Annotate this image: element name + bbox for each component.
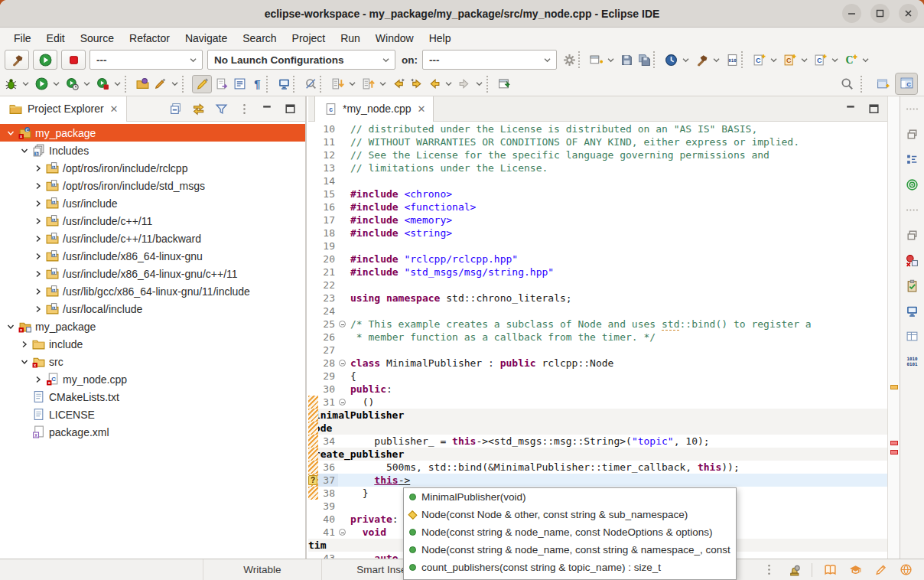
open-element-icon[interactable] bbox=[135, 77, 150, 92]
menu-refactor[interactable]: Refactor bbox=[122, 31, 177, 46]
completion-item[interactable]: count_subscribers(const string & topic_n… bbox=[404, 576, 736, 580]
tutorials-cap-icon[interactable] bbox=[848, 562, 863, 578]
tree-item-package-xml[interactable]: xpackage.xml bbox=[0, 423, 305, 441]
chevron-collapsed-icon[interactable] bbox=[32, 270, 44, 278]
debug-icon[interactable] bbox=[3, 77, 18, 92]
tree-item-src[interactable]: xsrc bbox=[0, 353, 305, 370]
filter-icon[interactable] bbox=[213, 101, 229, 116]
tree-item--usr-include-c-11-backward[interactable]: h/usr/include/c++/11/backward bbox=[0, 230, 305, 247]
chevron-expanded-icon[interactable] bbox=[18, 147, 31, 155]
overview-ruler[interactable] bbox=[887, 96, 900, 559]
debug-target-icon[interactable] bbox=[905, 177, 920, 192]
menu-project[interactable]: Project bbox=[285, 31, 333, 46]
build-button[interactable] bbox=[5, 50, 29, 70]
maximize-icon[interactable] bbox=[282, 101, 298, 116]
code-line-16[interactable]: 16#include <functional> bbox=[308, 200, 887, 213]
chevron-collapsed-icon[interactable] bbox=[32, 376, 44, 383]
save-all-icon[interactable] bbox=[636, 52, 652, 67]
chevron-down-icon[interactable] bbox=[799, 52, 810, 67]
tree-item--usr-include-c-11[interactable]: h/usr/include/c++/11 bbox=[0, 212, 305, 230]
tree-item-license[interactable]: LICENSE bbox=[0, 406, 305, 423]
search-decoration-icon[interactable] bbox=[303, 77, 318, 92]
tree-item--opt-ros-iron-include-std-msgs[interactable]: h/opt/ros/iron/include/std_msgs bbox=[0, 177, 305, 194]
code-line-21[interactable]: 21#include "std_msgs/msg/string.hpp" bbox=[308, 266, 887, 279]
tasks-view-icon[interactable] bbox=[905, 278, 920, 293]
chevron-expanded-icon[interactable] bbox=[5, 129, 17, 137]
view-menu-icon[interactable] bbox=[236, 101, 252, 116]
code-line-24[interactable]: 24 bbox=[308, 305, 887, 318]
chevron-down-icon[interactable] bbox=[170, 77, 181, 92]
tree-item--usr-local-include[interactable]: h/usr/local/include bbox=[0, 300, 305, 318]
open-perspective-icon[interactable] bbox=[875, 77, 890, 92]
tree-item--usr-include[interactable]: h/usr/include bbox=[0, 194, 305, 212]
completion-item[interactable]: Node(const string & node_name, const str… bbox=[404, 541, 736, 559]
chevron-down-icon[interactable] bbox=[769, 52, 779, 67]
run-history-icon[interactable] bbox=[663, 52, 678, 67]
pin-editor-icon[interactable] bbox=[496, 77, 512, 92]
next-edit-location-icon[interactable] bbox=[408, 77, 424, 92]
launch-mode-combo[interactable]: --- bbox=[89, 50, 203, 70]
fold-collapse-icon[interactable] bbox=[338, 526, 347, 539]
prev-annotation-icon[interactable] bbox=[360, 77, 376, 92]
code-line-19[interactable]: 19 bbox=[308, 239, 887, 253]
code-line-17[interactable]: 17#include <memory> bbox=[308, 213, 887, 226]
next-annotation-icon[interactable] bbox=[330, 77, 345, 92]
code-line-20[interactable]: 20#include "rclcpp/rclcpp.hpp" bbox=[308, 253, 887, 266]
chevron-down-icon[interactable] bbox=[444, 77, 454, 92]
chevron-down-icon[interactable] bbox=[378, 77, 389, 92]
samples-hand-icon[interactable] bbox=[786, 562, 802, 578]
shift-right-icon[interactable] bbox=[214, 77, 229, 92]
menu-window[interactable]: Window bbox=[368, 31, 421, 46]
completion-item[interactable]: count_publishers(const string & topic_na… bbox=[404, 559, 736, 576]
code-line-14[interactable]: 14 bbox=[308, 174, 887, 187]
problems-view-icon[interactable] bbox=[905, 253, 920, 268]
forward-icon[interactable] bbox=[457, 77, 472, 92]
tree-item-my-package[interactable]: xmy_package bbox=[0, 318, 305, 335]
close-window-button[interactable] bbox=[899, 4, 918, 23]
chevron-expanded-icon[interactable] bbox=[5, 323, 17, 331]
link-editor-icon[interactable] bbox=[190, 101, 206, 116]
whats-new-pencil-icon[interactable] bbox=[873, 562, 888, 578]
editor-tab-my-node[interactable]: c *my_node.cpp ✕ bbox=[314, 96, 434, 122]
new-cpp-project-icon[interactable]: C bbox=[843, 52, 858, 67]
chevron-collapsed-icon[interactable] bbox=[32, 182, 44, 190]
code-line-36[interactable]: 36 500ms, std::bind(&MinimalPublisher::t… bbox=[308, 461, 887, 474]
properties-view-icon[interactable] bbox=[905, 328, 920, 344]
chevron-down-icon[interactable] bbox=[711, 52, 722, 67]
tree-item--usr-include-x86-64-linux-gnu-c-11[interactable]: h/usr/include/x86_64-linux-gnu/c++/11 bbox=[0, 265, 305, 282]
web-resources-globe-icon[interactable] bbox=[898, 562, 913, 578]
chevron-collapsed-icon[interactable] bbox=[32, 253, 44, 260]
menu-help[interactable]: Help bbox=[421, 31, 459, 46]
code-line-37[interactable]: ?37 this-> bbox=[308, 474, 887, 487]
fold-collapse-icon[interactable] bbox=[338, 318, 347, 331]
code-line-30[interactable]: 30public: bbox=[308, 383, 887, 396]
code-line-15[interactable]: 15#include <chrono> bbox=[308, 187, 887, 200]
run-icon[interactable] bbox=[34, 77, 49, 92]
chevron-collapsed-icon[interactable] bbox=[32, 235, 44, 243]
completion-item[interactable]: Node(const Node & other, const string & … bbox=[404, 506, 736, 523]
code-line-18[interactable]: 18#include <string> bbox=[308, 226, 887, 239]
save-icon[interactable] bbox=[619, 52, 634, 67]
binary-icon[interactable]: 010 bbox=[724, 52, 740, 67]
chevron-down-icon[interactable] bbox=[830, 52, 841, 67]
menu-navigate[interactable]: Navigate bbox=[177, 31, 235, 46]
maximize-icon[interactable] bbox=[866, 101, 881, 116]
code-line-28[interactable]: 28class MinimalPublisher : public rclcpp… bbox=[308, 357, 887, 370]
last-edit-location-icon[interactable] bbox=[391, 77, 406, 92]
code-line-12[interactable]: 12// See the License for the specific la… bbox=[308, 148, 887, 161]
warning-marker[interactable] bbox=[890, 385, 898, 389]
error-marker[interactable] bbox=[890, 450, 898, 455]
chevron-collapsed-icon[interactable] bbox=[32, 165, 44, 172]
chevron-collapsed-icon[interactable] bbox=[18, 341, 31, 348]
tree-item--usr-lib-gcc-x86-64-linux-gnu-11-include[interactable]: h/usr/lib/gcc/x86_64-linux-gnu/11/includ… bbox=[0, 282, 305, 300]
new-wizard-icon[interactable] bbox=[588, 52, 604, 67]
titlebar[interactable]: eclipse-workspace - my_package/my_packag… bbox=[0, 0, 924, 28]
menu-edit[interactable]: Edit bbox=[39, 31, 73, 46]
chevron-down-icon[interactable] bbox=[112, 77, 123, 92]
chevron-collapsed-icon[interactable] bbox=[32, 200, 44, 207]
maximize-window-button[interactable] bbox=[870, 4, 890, 23]
chevron-collapsed-icon[interactable] bbox=[32, 288, 44, 295]
tree-item-my-package[interactable]: Cxmy_package bbox=[0, 124, 305, 142]
tree-item-includes[interactable]: hIncludes bbox=[0, 142, 305, 159]
code-line-13[interactable]: 13// limitations under the License. bbox=[308, 161, 887, 174]
